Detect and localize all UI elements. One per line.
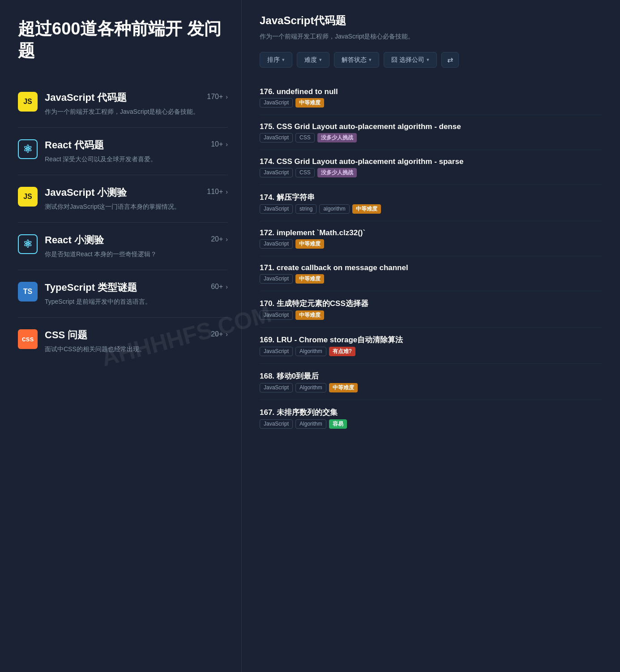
problem-title-176: 176. undefined to null (260, 87, 602, 96)
category-title-react-quiz: React 小测验 (45, 233, 204, 247)
left-panel: 超过600道各种前端开 发问题 JS JavaScript 代码题 作为一个前端… (0, 0, 242, 672)
tag-169-0: JavaScript (260, 347, 293, 356)
category-desc-typescript: TypeScript 是前端开发中的首选语言。 (45, 297, 204, 306)
problem-item-170[interactable]: 170. 生成特定元素的CSS选择器 JavaScript中等难度 (260, 291, 602, 327)
category-desc-css: 面试中CSS的相关问题也经常出现。 (45, 345, 204, 354)
tag-174-0: JavaScript (260, 168, 293, 177)
arrow-icon-js-quiz: › (226, 188, 228, 195)
category-content-css: CSS 问题 面试中CSS的相关问题也经常出现。 (45, 328, 204, 354)
category-item-css[interactable]: css CSS 问题 面试中CSS的相关问题也经常出现。 20+ › (18, 318, 228, 365)
badge-medium-173-3: 中等难度 (352, 204, 381, 214)
category-desc-react-code: React 深受大公司以及全球开发者喜爱。 (45, 155, 204, 164)
filter-button-3[interactable]: 囧 选择公司▾ (384, 52, 437, 68)
tag-170-0: JavaScript (260, 310, 293, 320)
problem-item-175[interactable]: 175. CSS Grid Layout auto-placement algo… (260, 115, 602, 150)
category-desc-js-code: 作为一个前端开发工程师，JavaScript是核心必备技能。 (45, 107, 200, 116)
section-title: JavaScript代码题 (260, 13, 602, 28)
badge-hard-169-2: 有点难? (329, 347, 355, 356)
badge-medium-176-1: 中等难度 (295, 98, 324, 108)
problem-title-170: 170. 生成特定元素的CSS选择器 (260, 298, 602, 309)
problem-tags-172: JavaScript中等难度 (260, 239, 602, 249)
tag-168-0: JavaScript (260, 383, 293, 392)
chevron-icon-0: ▾ (282, 57, 285, 63)
arrow-icon-typescript: › (226, 283, 228, 290)
chevron-icon-2: ▾ (369, 57, 372, 63)
category-item-js-quiz[interactable]: JS JavaScript 小测验 测试你对JavaScript这一门语言本身的… (18, 175, 228, 223)
problem-item-174[interactable]: 174. CSS Grid Layout auto-placement algo… (260, 150, 602, 185)
arrow-icon-js-code: › (226, 93, 228, 100)
problem-item-171[interactable]: 171. create callback on message channel … (260, 256, 602, 291)
problem-tags-170: JavaScript中等难度 (260, 310, 602, 320)
tag-169-1: Algorithm (295, 347, 326, 356)
section-subtitle: 作为一个前端开发工程师，JavaScript是核心必备技能。 (260, 31, 602, 41)
category-icon-css: css (18, 329, 38, 349)
tag-172-0: JavaScript (260, 239, 293, 249)
filter-label-3: 囧 选择公司 (391, 56, 424, 64)
problem-item-169[interactable]: 169. LRU - Chrome storage自动清除算法 JavaScri… (260, 327, 602, 364)
category-icon-js-code: JS (18, 92, 38, 112)
count-number-css: 20+ (211, 330, 223, 338)
category-content-js-code: JavaScript 代码题 作为一个前端开发工程师，JavaScript是核心… (45, 91, 200, 116)
problem-title-167: 167. 未排序数列的交集 (260, 407, 602, 418)
filter-button-2[interactable]: 解答状态▾ (334, 52, 379, 68)
problem-item-168[interactable]: 168. 移动0到最后 JavaScriptAlgorithm中等难度 (260, 364, 602, 400)
category-content-react-quiz: React 小测验 你是否知道React 本身的一些奇怪逻辑？ (45, 233, 204, 259)
category-count-js-code: 170+ › (207, 93, 228, 101)
problem-tags-174: JavaScriptCSS没多少人挑战 (260, 168, 602, 177)
problem-title-175: 175. CSS Grid Layout auto-placement algo… (260, 122, 602, 131)
tag-176-0: JavaScript (260, 98, 293, 108)
category-content-js-quiz: JavaScript 小测验 测试你对JavaScript这一门语言本身的掌握情… (45, 186, 200, 211)
count-number-js-code: 170+ (207, 93, 223, 101)
problem-item-167[interactable]: 167. 未排序数列的交集 JavaScriptAlgorithm容易 (260, 400, 602, 436)
filter-bar: 排序▾难度▾解答状态▾囧 选择公司▾⇄ (260, 52, 602, 68)
category-list: JS JavaScript 代码题 作为一个前端开发工程师，JavaScript… (18, 80, 228, 365)
arrow-icon-react-quiz: › (226, 236, 228, 243)
tag-171-0: JavaScript (260, 274, 293, 284)
count-number-typescript: 60+ (211, 283, 223, 291)
tag-173-1: string (295, 204, 316, 214)
tag-168-1: Algorithm (295, 383, 326, 392)
filter-button-1[interactable]: 难度▾ (297, 52, 329, 68)
category-icon-js-quiz: JS (18, 187, 38, 207)
problem-title-174: 174. CSS Grid Layout auto-placement algo… (260, 157, 602, 166)
category-content-typescript: TypeScript 类型谜题 TypeScript 是前端开发中的首选语言。 (45, 281, 204, 306)
category-count-typescript: 60+ › (211, 283, 228, 291)
category-count-react-code: 10+ › (211, 140, 228, 148)
category-icon-typescript: TS (18, 282, 38, 302)
problem-item-173[interactable]: 174. 解压字符串 JavaScriptstringalgorithm中等难度 (260, 185, 602, 221)
badge-medium-171-1: 中等难度 (295, 274, 324, 284)
filter-label-2: 解答状态 (342, 56, 367, 64)
shuffle-icon: ⇄ (447, 56, 453, 64)
category-icon-react-code: ⚛ (18, 139, 38, 159)
category-title-css: CSS 问题 (45, 328, 204, 342)
category-item-react-code[interactable]: ⚛ React 代码题 React 深受大公司以及全球开发者喜爱。 10+ › (18, 128, 228, 175)
problem-title-171: 171. create callback on message channel (260, 263, 602, 272)
problem-item-176[interactable]: 176. undefined to null JavaScript中等难度 (260, 80, 602, 115)
category-item-typescript[interactable]: TS TypeScript 类型谜题 TypeScript 是前端开发中的首选语… (18, 270, 228, 318)
problem-title-169: 169. LRU - Chrome storage自动清除算法 (260, 335, 602, 345)
problem-item-172[interactable]: 172. implement `Math.clz32()` JavaScript… (260, 221, 602, 256)
chevron-icon-1: ▾ (319, 57, 322, 63)
filter-button-0[interactable]: 排序▾ (260, 52, 292, 68)
badge-challenge-175-2: 没多少人挑战 (317, 133, 357, 142)
count-number-react-quiz: 20+ (211, 235, 223, 243)
problem-title-168: 168. 移动0到最后 (260, 371, 602, 381)
category-desc-react-quiz: 你是否知道React 本身的一些奇怪逻辑？ (45, 250, 204, 259)
tag-175-0: JavaScript (260, 133, 293, 142)
category-count-react-quiz: 20+ › (211, 235, 228, 243)
filter-label-1: 难度 (304, 56, 317, 64)
category-item-js-code[interactable]: JS JavaScript 代码题 作为一个前端开发工程师，JavaScript… (18, 80, 228, 128)
category-title-react-code: React 代码题 (45, 138, 204, 152)
category-item-react-quiz[interactable]: ⚛ React 小测验 你是否知道React 本身的一些奇怪逻辑？ 20+ › (18, 223, 228, 270)
tag-167-0: JavaScript (260, 419, 293, 429)
tag-174-1: CSS (295, 168, 315, 177)
badge-medium-168-2: 中等难度 (329, 383, 358, 392)
category-title-js-code: JavaScript 代码题 (45, 91, 200, 104)
problem-tags-169: JavaScriptAlgorithm有点难? (260, 347, 602, 356)
problem-title-172: 172. implement `Math.clz32()` (260, 228, 602, 237)
tag-173-0: JavaScript (260, 204, 293, 214)
arrow-icon-css: › (226, 331, 228, 338)
badge-medium-172-1: 中等难度 (295, 239, 324, 249)
chevron-icon-3: ▾ (427, 57, 429, 63)
shuffle-button[interactable]: ⇄ (441, 52, 459, 68)
